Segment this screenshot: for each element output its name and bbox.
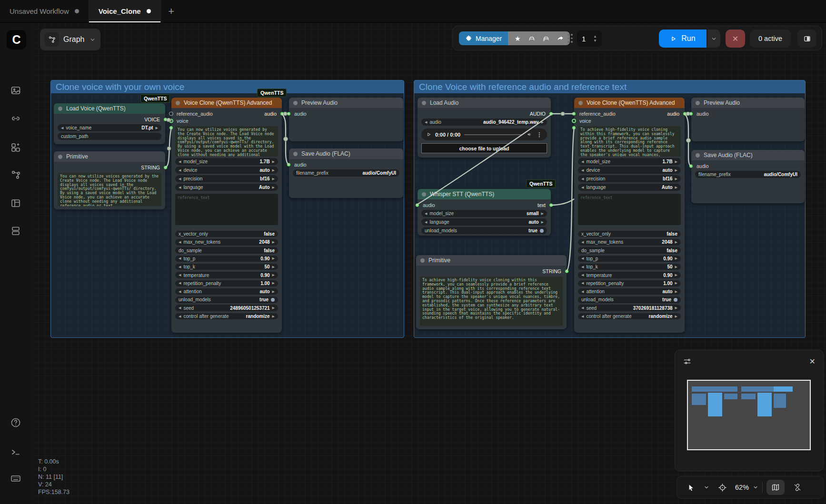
- assets-button[interactable]: [10, 85, 21, 96]
- control-after-generate-widget[interactable]: ◀control after generaterandomize▶: [175, 313, 278, 320]
- unload-models-widget[interactable]: unload_modelstrue: [175, 296, 278, 303]
- prev-arrow-icon[interactable]: ◀: [425, 212, 427, 216]
- prev-arrow-icon[interactable]: ◀: [61, 126, 63, 130]
- prev-arrow-icon[interactable]: ◀: [179, 306, 181, 310]
- favorites-button[interactable]: ★: [510, 31, 525, 45]
- collapse-dot[interactable]: [58, 155, 62, 159]
- x-vector-only-widget[interactable]: x_vector_onlyfalse: [578, 231, 681, 237]
- next-arrow-icon[interactable]: ▶: [675, 290, 677, 294]
- pointer-tool-options[interactable]: [704, 484, 709, 490]
- output-slot-audio[interactable]: [683, 111, 687, 116]
- clear-queue-button[interactable]: ✕: [726, 30, 745, 48]
- prev-arrow-icon[interactable]: ◀: [581, 290, 584, 294]
- next-arrow-icon[interactable]: ▶: [675, 177, 677, 181]
- zoom-level[interactable]: 62%: [735, 484, 749, 491]
- next-arrow-icon[interactable]: ▶: [675, 168, 677, 172]
- repetition-penalty-widget[interactable]: ◀repetition_penalty1.00▶: [175, 280, 278, 287]
- prev-arrow-icon[interactable]: ◀: [179, 168, 181, 172]
- model-size-widget[interactable]: ◀model_size1.7B▶: [578, 158, 681, 165]
- input-slot-voice[interactable]: [169, 119, 173, 123]
- text-widget[interactable]: To achieve high-fidelity voice cloning w…: [578, 126, 681, 157]
- prev-arrow-icon[interactable]: ◀: [581, 160, 584, 164]
- nodes-link-button[interactable]: [10, 113, 21, 124]
- prev-arrow-icon[interactable]: ◀: [425, 120, 427, 124]
- model-size-widget[interactable]: ◀model_sizesmall▶: [421, 210, 547, 217]
- run-options-button[interactable]: [707, 30, 720, 48]
- collapse-dot[interactable]: [420, 258, 425, 263]
- unload-models-widget[interactable]: unload_modelstrue: [421, 227, 547, 234]
- input-slot-audio[interactable]: [287, 162, 291, 167]
- workflows-button[interactable]: [10, 169, 21, 180]
- device-widget[interactable]: ◀deviceauto▶: [578, 167, 681, 174]
- prev-arrow-icon[interactable]: ◀: [581, 177, 584, 181]
- input-slot-audio[interactable]: [689, 111, 693, 116]
- node-header[interactable]: Voice Clone (QwenTTS) Advanced: [171, 98, 282, 108]
- batch-count-control[interactable]: 1 ▲▼: [577, 30, 602, 47]
- prev-arrow-icon[interactable]: ◀: [179, 257, 181, 260]
- minimap-viewport[interactable]: [687, 380, 811, 450]
- x-vector-only-widget[interactable]: x_vector_onlyfalse: [175, 231, 278, 237]
- audio-player[interactable]: 0:00 / 0:00 ⋮: [421, 128, 547, 140]
- next-arrow-icon[interactable]: ▶: [675, 240, 677, 244]
- prev-arrow-icon[interactable]: ◀: [179, 273, 181, 277]
- max-new-tokens-widget[interactable]: ◀max_new_tokens2048▶: [578, 239, 681, 246]
- prev-arrow-icon[interactable]: ◀: [179, 281, 181, 285]
- manager-button[interactable]: Manager: [459, 31, 508, 45]
- filename-prefix-widget[interactable]: filename_prefixaudio/ComfyUI: [695, 171, 801, 178]
- next-arrow-icon[interactable]: ▶: [541, 120, 544, 124]
- reference-text-area[interactable]: reference_text: [578, 194, 681, 225]
- output-slot[interactable]: [565, 269, 569, 273]
- prev-arrow-icon[interactable]: ◀: [179, 290, 181, 294]
- device-widget[interactable]: ◀deviceauto▶: [175, 167, 278, 174]
- next-arrow-icon[interactable]: ▶: [272, 281, 275, 285]
- prev-arrow-icon[interactable]: ◀: [581, 315, 584, 318]
- input-slot-reference-audio[interactable]: [169, 111, 173, 116]
- next-arrow-icon[interactable]: ▶: [156, 126, 158, 130]
- prev-arrow-icon[interactable]: ◀: [179, 240, 181, 244]
- toggle-knob[interactable]: [674, 298, 677, 302]
- prev-arrow-icon[interactable]: ◀: [179, 177, 181, 181]
- model-size-widget[interactable]: ◀model_size1.7B▶: [175, 158, 278, 165]
- collapse-dot[interactable]: [696, 153, 700, 158]
- toggle-knob[interactable]: [540, 229, 544, 233]
- comfyui-logo[interactable]: C: [7, 30, 26, 49]
- attention-widget[interactable]: ◀attentionauto▶: [175, 288, 278, 295]
- next-arrow-icon[interactable]: ▶: [675, 186, 677, 189]
- choose-file-button[interactable]: choose file to upload: [421, 143, 547, 153]
- max-new-tokens-widget[interactable]: ◀max_new_tokens2048▶: [175, 239, 278, 246]
- temperature-widget[interactable]: ◀temperature0.90▶: [175, 272, 278, 278]
- graph-selector-button[interactable]: Graph: [40, 29, 100, 50]
- next-arrow-icon[interactable]: ▶: [272, 160, 275, 164]
- top-p-widget[interactable]: ◀top_p0.90▶: [175, 256, 278, 262]
- language-widget[interactable]: ◀languageAuto▶: [175, 184, 278, 191]
- next-arrow-icon[interactable]: ▶: [272, 315, 275, 318]
- next-arrow-icon[interactable]: ▶: [272, 168, 275, 172]
- output-slot-text[interactable]: [549, 203, 553, 207]
- prev-arrow-icon[interactable]: ◀: [581, 186, 584, 189]
- prev-arrow-icon[interactable]: ◀: [179, 265, 181, 269]
- do-sample-widget[interactable]: do_samplefalse: [578, 247, 681, 254]
- output-slot[interactable]: [163, 165, 168, 169]
- do-sample-widget[interactable]: do_samplefalse: [175, 247, 278, 254]
- tab-voice-clone[interactable]: Voice_Clone: [89, 0, 161, 22]
- node-save-audio-1[interactable]: Save Audio (FLAC) audio filename_prefixa…: [289, 148, 403, 198]
- prev-arrow-icon[interactable]: ◀: [581, 265, 584, 269]
- top-p-widget[interactable]: ◀top_p0.90▶: [578, 256, 681, 262]
- node-header[interactable]: Save Audio (FLAC): [289, 148, 403, 159]
- next-arrow-icon[interactable]: ▶: [272, 257, 275, 260]
- toggle-minimap-button[interactable]: [766, 480, 785, 495]
- next-arrow-icon[interactable]: ▶: [272, 265, 275, 269]
- glyph-a-button[interactable]: [525, 31, 539, 45]
- voice-name-widget[interactable]: ◀voice_nameDT.pt▶: [58, 124, 161, 131]
- primitive-text[interactable]: To achieve high-fidelity voice cloning w…: [420, 277, 563, 326]
- node-header[interactable]: Preview Audio: [289, 98, 403, 108]
- node-header[interactable]: Primitive: [54, 151, 165, 162]
- prev-arrow-icon[interactable]: ◀: [179, 315, 181, 318]
- collapse-dot[interactable]: [293, 101, 298, 105]
- input-slot-voice[interactable]: [572, 119, 576, 123]
- attention-widget[interactable]: ◀attentionauto▶: [578, 288, 681, 295]
- top-k-widget[interactable]: ◀top_k50▶: [578, 264, 681, 270]
- node-primitive-1[interactable]: Primitive STRING You can now utilize voi…: [54, 151, 165, 209]
- zoom-options[interactable]: [753, 484, 758, 490]
- pointer-tool-button[interactable]: [682, 480, 700, 495]
